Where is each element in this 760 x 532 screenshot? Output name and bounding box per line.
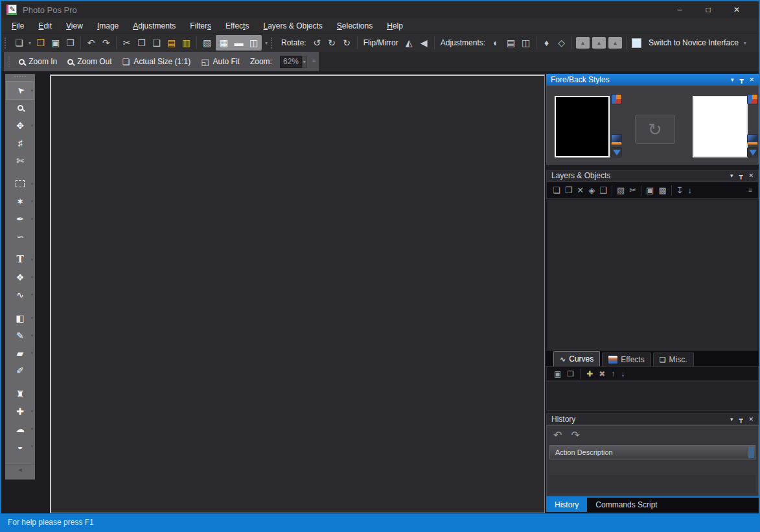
cut-layer-button[interactable]: ✂: [629, 186, 636, 194]
flip-vertical-button[interactable]: ◀: [417, 35, 432, 51]
history-column-header[interactable]: Action Description: [549, 445, 755, 459]
lasso-tool[interactable]: ∽: [6, 227, 34, 245]
zoom-tool[interactable]: [6, 99, 34, 117]
menu-effects[interactable]: Effects: [218, 19, 256, 32]
chevron-down-icon[interactable]: ▾: [30, 257, 33, 262]
pin-icon[interactable]: ┳: [739, 172, 743, 179]
effects-gallery-button-1[interactable]: ▲: [576, 37, 590, 49]
fill-tool[interactable]: ◧▾: [6, 309, 34, 327]
background-color-wheel-icon[interactable]: [747, 94, 758, 104]
switch-novice-label[interactable]: Switch to Novice Interface: [649, 38, 739, 47]
zoom-strip-overflow-button[interactable]: ≡: [312, 60, 316, 63]
color-channels-button[interactable]: ◫: [518, 35, 533, 51]
zoom-combo-arrow[interactable]: ▾: [302, 56, 307, 68]
menu-filters[interactable]: Filters: [183, 19, 218, 32]
close-icon[interactable]: ✕: [749, 77, 754, 83]
chevron-down-icon[interactable]: ▾: [30, 199, 33, 204]
history-undo-button[interactable]: ↶: [553, 429, 562, 441]
menu-image[interactable]: Image: [90, 19, 126, 32]
view-tiles-button[interactable]: ◫: [246, 35, 261, 51]
background-fill-style-icon[interactable]: [747, 147, 758, 157]
pin-icon[interactable]: ┳: [739, 416, 743, 422]
curves-tab-content[interactable]: [546, 381, 759, 411]
paste-special-button[interactable]: ▥: [179, 35, 194, 51]
novice-interface-icon[interactable]: [632, 38, 641, 48]
crop-tool[interactable]: ♯: [6, 134, 34, 152]
chevron-down-icon[interactable]: ▾: [30, 316, 33, 321]
menu-edit[interactable]: Edit: [31, 19, 59, 32]
new-layer-button[interactable]: ❏: [553, 186, 560, 194]
add-object-button[interactable]: ❑: [599, 186, 607, 194]
curve-line-tool[interactable]: ∿▾: [6, 286, 34, 303]
toolbar-overflow-button[interactable]: ▾: [742, 40, 748, 46]
layer-from-image-button[interactable]: ▧: [617, 186, 625, 194]
chevron-down-icon[interactable]: ▾: [30, 275, 33, 280]
zoom-out-button[interactable]: Zoom Out: [62, 54, 117, 69]
dodge-burn-tool[interactable]: ◒▾: [6, 437, 34, 455]
new-file-button[interactable]: ❏: [12, 35, 27, 51]
tab-curves[interactable]: ∿Curves: [553, 351, 600, 366]
tab-misc[interactable]: ❏Misc.: [653, 353, 694, 366]
effects-gallery-button-2[interactable]: ▲: [592, 37, 606, 49]
clone-stamp-tool[interactable]: ♜: [6, 385, 34, 402]
redo-button[interactable]: ↷: [98, 35, 113, 51]
copy-button[interactable]: ❐: [134, 35, 149, 51]
pen-select-tool[interactable]: ✒▾: [6, 210, 34, 227]
chevron-down-icon[interactable]: ▾: [30, 426, 33, 432]
view-strip-button[interactable]: ▬: [231, 35, 246, 51]
brush-tool[interactable]: ✎▾: [6, 327, 34, 344]
undo-button[interactable]: ↶: [84, 35, 98, 51]
duplicate-layer-button[interactable]: ❐: [565, 186, 573, 194]
menu-layers-objects[interactable]: Layers & Objects: [256, 19, 329, 32]
chevron-down-icon[interactable]: ▾: [730, 417, 733, 422]
chevron-down-icon[interactable]: ▾: [27, 40, 33, 46]
rotate-right-button[interactable]: ↻: [325, 35, 340, 51]
paste-button[interactable]: ▤: [164, 35, 179, 51]
layers-objects-header[interactable]: Layers & Objects ▾ ┳ ✕: [546, 170, 759, 181]
smudge-tool[interactable]: ☁▾: [6, 420, 34, 437]
layer-properties-button[interactable]: ◈: [588, 186, 595, 194]
actual-size-button[interactable]: ❏Actual Size (1:1): [117, 54, 196, 69]
close-button[interactable]: ✕: [722, 2, 751, 17]
history-redo-button[interactable]: ↷: [571, 429, 579, 441]
chevron-down-icon[interactable]: ▾: [30, 292, 33, 297]
rect-select-tool[interactable]: ▾: [6, 175, 34, 192]
fore-back-styles-header[interactable]: Fore/Back Styles ▾ ┳ ✕: [546, 74, 759, 86]
delete-curve-button[interactable]: ✖: [599, 370, 605, 378]
swap-colors-button[interactable]: ↻: [635, 115, 675, 144]
chevron-down-icon[interactable]: ▾: [30, 351, 33, 356]
rotate-left-button[interactable]: ↺: [310, 35, 325, 51]
toolbar-grip[interactable]: [5, 38, 9, 49]
chevron-down-icon[interactable]: ▾: [30, 181, 33, 187]
browse-images-button[interactable]: ▧: [200, 35, 214, 51]
toolbar-grip[interactable]: [271, 38, 275, 49]
auto-fit-button[interactable]: ◱Auto Fit: [196, 54, 245, 69]
magic-wand-tool[interactable]: ✶▾: [6, 192, 34, 210]
zoom-level-input[interactable]: 62%: [280, 56, 302, 68]
close-icon[interactable]: ✕: [748, 173, 754, 179]
chevron-down-icon[interactable]: ▾: [30, 216, 33, 222]
menu-view[interactable]: View: [59, 19, 90, 32]
menu-adjustments[interactable]: Adjustments: [126, 19, 183, 32]
move-curve-up-button[interactable]: ↑: [611, 370, 615, 378]
slice-tool[interactable]: ✄: [6, 152, 34, 169]
chevron-down-icon[interactable]: ▾: [731, 77, 734, 83]
ungroup-layers-button[interactable]: ▩: [658, 186, 666, 194]
group-layers-button[interactable]: ▣: [646, 186, 654, 194]
sharpen-button[interactable]: ♦: [539, 35, 554, 51]
effects-gallery-button-3[interactable]: ▲: [608, 37, 622, 49]
chevron-down-icon[interactable]: ▾: [30, 409, 33, 414]
eraser-tool[interactable]: ▰▾: [6, 344, 34, 362]
menu-help[interactable]: Help: [380, 19, 410, 32]
delete-layer-button[interactable]: ✕: [577, 186, 584, 194]
levels-button[interactable]: ▤: [503, 35, 518, 51]
toolbar-overflow-button[interactable]: ▾: [263, 40, 270, 46]
maximize-button[interactable]: □: [694, 2, 722, 17]
copy-special-button[interactable]: ❑: [149, 35, 164, 51]
shapes-tool[interactable]: ❖▾: [6, 268, 34, 286]
palette-collapse-button[interactable]: ◄: [5, 464, 35, 474]
add-curve-button[interactable]: ✚: [586, 370, 593, 378]
blur-button[interactable]: ◇: [554, 35, 569, 51]
foreground-gradient-icon[interactable]: [611, 134, 622, 145]
rotate-custom-button[interactable]: ↻: [340, 35, 354, 51]
